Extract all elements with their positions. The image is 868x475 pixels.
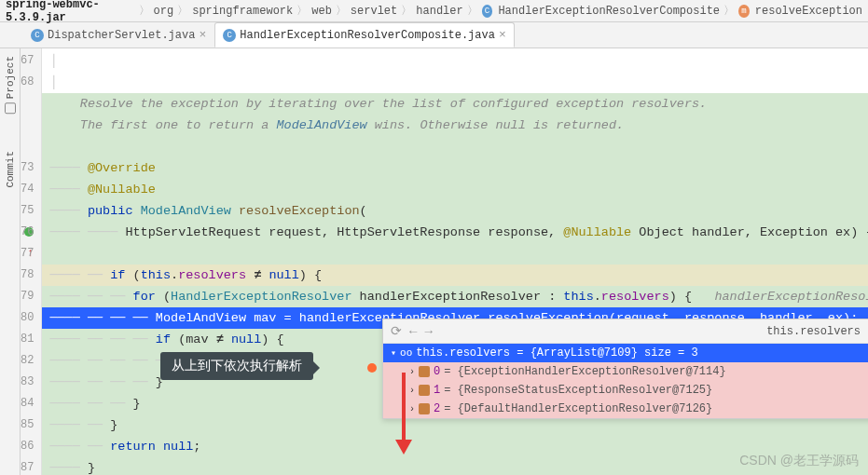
line-number[interactable]: 85 bbox=[21, 414, 34, 436]
debug-tree-item[interactable]: › 2 = {DefaultHandlerExceptionResolver@7… bbox=[383, 400, 868, 418]
code-line bbox=[42, 243, 868, 265]
line-number[interactable]: 76 bbox=[21, 222, 34, 243]
line-number[interactable]: 77 bbox=[21, 243, 34, 265]
class-icon: C bbox=[31, 29, 44, 42]
line-number[interactable]: 84 bbox=[21, 393, 34, 414]
close-icon[interactable]: × bbox=[499, 28, 506, 42]
code-line: ──── ── if (this.resolvers ≠ null) { bbox=[42, 265, 868, 286]
back-icon[interactable]: ← bbox=[409, 324, 417, 339]
line-number[interactable]: 68 bbox=[21, 72, 34, 93]
chevron-right-icon: 〉 bbox=[401, 3, 412, 19]
line-number bbox=[21, 93, 34, 115]
project-tool-button[interactable]: Project bbox=[5, 56, 16, 114]
chevron-right-icon: 〉 bbox=[177, 3, 188, 19]
code-line bbox=[42, 136, 868, 157]
debug-popup-title: this.resolvers bbox=[440, 325, 868, 338]
editor-tabs: C DispatcherServlet.java × C HandlerExce… bbox=[0, 22, 868, 48]
breadcrumb-part[interactable]: springframework bbox=[192, 5, 293, 18]
chevron-right-icon: 〉 bbox=[296, 3, 308, 19]
chevron-down-icon[interactable]: ▾ bbox=[391, 347, 396, 359]
arrow-down-icon bbox=[390, 373, 418, 456]
line-number[interactable]: 80 bbox=[21, 307, 34, 329]
field-icon bbox=[419, 385, 430, 396]
breadcrumb-part[interactable]: org bbox=[154, 5, 174, 18]
tab-file[interactable]: C DispatcherServlet.java × bbox=[22, 22, 214, 48]
history-icon[interactable]: ⟳ bbox=[391, 323, 402, 339]
code-editor[interactable]: 67 68 73 74 75 ↑ 76 77 78 79 80 81 82 83… bbox=[21, 48, 868, 475]
code-line: ──── public ModelAndView resolveExceptio… bbox=[42, 200, 868, 222]
breadcrumb-method[interactable]: resolveException bbox=[755, 5, 862, 18]
line-number[interactable]: 83 bbox=[21, 372, 34, 393]
forward-icon[interactable]: → bbox=[424, 324, 432, 339]
line-number[interactable]: 82 bbox=[21, 350, 34, 372]
tab-file[interactable]: C HandlerExceptionResolverComposite.java… bbox=[214, 22, 514, 48]
debug-evaluate-popup[interactable]: ⟳ ← → this.resolvers ▾ oo this.resolvers… bbox=[382, 319, 868, 419]
code-line: Resolve the exception by iterating over … bbox=[42, 93, 868, 115]
annotation-callout: 从上到下依次执行解析 bbox=[160, 352, 313, 380]
chevron-right-icon: 〉 bbox=[467, 3, 478, 19]
line-number[interactable]: 75 ↑ bbox=[21, 200, 34, 222]
annotation-dot-icon bbox=[367, 363, 377, 373]
svg-marker-1 bbox=[395, 440, 412, 455]
line-number[interactable]: 74 bbox=[21, 179, 34, 200]
project-icon bbox=[5, 102, 16, 114]
class-icon: C bbox=[482, 5, 493, 18]
line-number[interactable]: 81 bbox=[21, 329, 34, 350]
code-line: ──── ── ── for (HandlerExceptionResolver… bbox=[42, 286, 868, 307]
chevron-right-icon: 〉 bbox=[723, 3, 735, 19]
line-number[interactable]: 78 bbox=[21, 265, 34, 286]
watermark: CSDN @老王学源码 bbox=[739, 453, 859, 469]
watch-icon: oo bbox=[400, 347, 412, 359]
tool-window-bar: Project Commit bbox=[0, 48, 21, 475]
line-number bbox=[21, 115, 34, 136]
debug-tree-item[interactable]: › 0 = {ExceptionHandlerExceptionResolver… bbox=[383, 362, 868, 381]
method-icon: m bbox=[738, 5, 750, 18]
chevron-right-icon: 〉 bbox=[336, 3, 347, 19]
line-number[interactable]: 73 bbox=[21, 157, 34, 179]
class-icon: C bbox=[223, 29, 236, 42]
line-number[interactable]: 86 bbox=[21, 436, 34, 457]
breadcrumb-part[interactable]: web bbox=[311, 5, 332, 18]
code-line: The first one to return a ModelAndView w… bbox=[42, 115, 868, 136]
field-icon bbox=[419, 403, 430, 414]
commit-tool-button[interactable]: Commit bbox=[5, 151, 16, 188]
debug-popup-header: ⟳ ← → this.resolvers bbox=[383, 319, 868, 344]
chevron-right-icon: 〉 bbox=[139, 3, 150, 19]
breadcrumb: spring-webmvc-5.3.9.jar 〉 org 〉 springfr… bbox=[0, 0, 868, 22]
line-number[interactable]: 87 bbox=[21, 457, 34, 475]
code-line: ──── @Override bbox=[42, 157, 868, 179]
field-icon bbox=[419, 366, 430, 377]
line-gutter: 67 68 73 74 75 ↑ 76 77 78 79 80 81 82 83… bbox=[21, 48, 42, 475]
code-line: │ bbox=[42, 72, 868, 93]
code-line: ──── @Nullable bbox=[42, 179, 868, 200]
code-line: ──── ──── HttpServletRequest request, Ht… bbox=[42, 222, 868, 243]
tab-label: HandlerExceptionResolverComposite.java bbox=[240, 29, 495, 42]
line-number[interactable]: 79 bbox=[21, 286, 34, 307]
breadcrumb-class[interactable]: HandlerExceptionResolverComposite bbox=[498, 5, 720, 18]
debug-tree[interactable]: ▾ oo this.resolvers = {ArrayList@7109} s… bbox=[383, 344, 868, 418]
debug-tree-root[interactable]: ▾ oo this.resolvers = {ArrayList@7109} s… bbox=[383, 344, 868, 362]
debug-tree-item[interactable]: › 1 = {ResponseStatusExceptionResolver@7… bbox=[383, 381, 868, 400]
line-number[interactable]: 67 bbox=[21, 50, 34, 72]
breadcrumb-part[interactable]: handler bbox=[416, 5, 462, 18]
code-line: │ bbox=[42, 50, 868, 72]
line-number bbox=[21, 136, 34, 157]
close-icon[interactable]: × bbox=[199, 28, 206, 42]
tab-label: DispatcherServlet.java bbox=[48, 29, 195, 42]
breadcrumb-part[interactable]: servlet bbox=[351, 5, 397, 18]
breadcrumb-jar[interactable]: spring-webmvc-5.3.9.jar bbox=[6, 0, 135, 24]
